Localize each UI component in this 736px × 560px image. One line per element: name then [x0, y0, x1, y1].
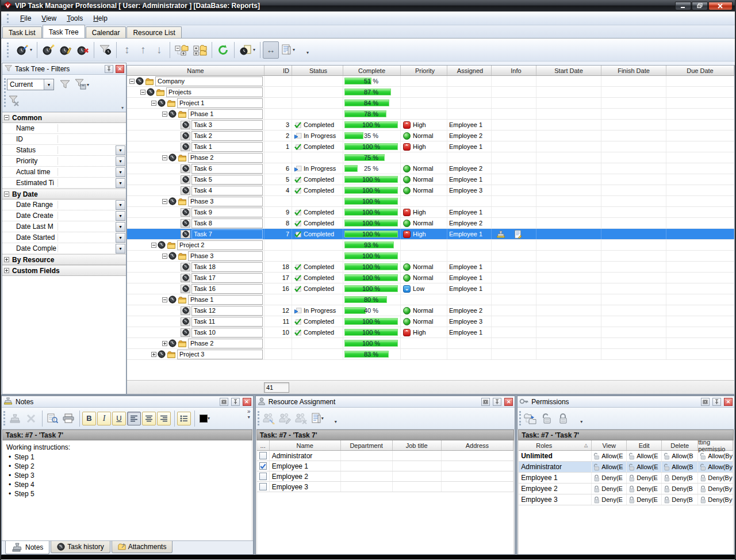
- restore-icon[interactable]: [701, 398, 710, 406]
- resource-column-address[interactable]: Address: [442, 440, 514, 450]
- column-header-status[interactable]: Status: [292, 66, 343, 75]
- apply-filter-button[interactable]: [57, 77, 72, 92]
- tree-row-phase-2[interactable]: Phase 2100 %: [127, 338, 734, 349]
- tree-row-task-4[interactable]: Task 44Completed100 %NormalEmployee 3: [127, 185, 734, 196]
- edit-task-button[interactable]: [57, 41, 74, 59]
- restore-icon[interactable]: [481, 398, 490, 406]
- menu-item-tools[interactable]: Tools: [62, 13, 88, 24]
- permission-cell[interactable]: Allow(By: [698, 462, 733, 472]
- tree-row-task-12[interactable]: Task 1212In Progress40 %NormalEmployee 2: [127, 305, 734, 316]
- tree-row-task-16[interactable]: Task 1616Completed100 %⌄LowEmployee 1: [127, 283, 734, 294]
- tab-resource-list[interactable]: Resource List: [126, 26, 181, 38]
- permission-cell[interactable]: Deny(E: [592, 484, 627, 494]
- pin-icon[interactable]: [493, 398, 501, 406]
- create-subtask-button[interactable]: [40, 41, 57, 59]
- column-header-name[interactable]: Name: [127, 66, 264, 75]
- filter-section-custom-fields[interactable]: Custom Fields: [2, 265, 126, 276]
- tree-row-projects[interactable]: Projects87 %: [127, 87, 734, 98]
- collapse-icon[interactable]: [140, 90, 145, 95]
- filters-overflow-button[interactable]: ▾: [121, 105, 124, 110]
- permission-row-unlimited[interactable]: UnlimitedAllow(EAllow(EAllow(BAllow(By: [519, 451, 733, 462]
- minimize-button[interactable]: [675, 2, 691, 10]
- close-icon[interactable]: ✕: [116, 65, 124, 73]
- expand-icon[interactable]: [151, 352, 156, 357]
- close-icon[interactable]: ✕: [243, 398, 251, 406]
- tree-row-phase-1[interactable]: Phase 178 %: [127, 109, 734, 120]
- menu-item-help[interactable]: Help: [88, 13, 113, 24]
- filter-button[interactable]: [97, 41, 114, 59]
- clear-filter-button[interactable]: [7, 94, 22, 109]
- chevron-down-icon[interactable]: ▾: [116, 167, 125, 177]
- notes-toolbar-overflow[interactable]: »▾: [247, 409, 251, 420]
- column-header-assigned[interactable]: Assigned: [447, 66, 492, 75]
- expand-all-button[interactable]: [191, 41, 209, 59]
- checkbox-unchecked[interactable]: [259, 473, 267, 480]
- pin-icon[interactable]: [105, 65, 113, 73]
- save-filter-button[interactable]: ▾: [74, 77, 90, 92]
- permission-cell[interactable]: Deny(E: [592, 473, 627, 483]
- tree-row-phase-1[interactable]: Phase 180 %: [127, 294, 734, 305]
- pin-icon[interactable]: [712, 398, 721, 406]
- expand-collapse-button[interactable]: ↕: [119, 41, 135, 59]
- collapse-icon[interactable]: [4, 191, 9, 197]
- tree-row-task-3[interactable]: Task 33Completed100 %⌃HighEmployee 1: [127, 120, 734, 131]
- tree-row-task-7[interactable]: Task 77Completed100 %⌃HighEmployee 1: [127, 229, 734, 240]
- expand-icon[interactable]: [4, 268, 9, 273]
- tab-task-tree[interactable]: Task Tree: [43, 25, 85, 38]
- pin-icon[interactable]: [231, 398, 240, 406]
- permission-cell[interactable]: Allow(E: [627, 451, 662, 461]
- insert-note-button[interactable]: [7, 411, 22, 426]
- collapse-icon[interactable]: [162, 155, 167, 160]
- resource-row-employee-2[interactable]: Employee 2: [257, 471, 514, 482]
- permissions-column-roles[interactable]: Roles△: [519, 440, 592, 450]
- move-down-button[interactable]: ↓: [151, 41, 167, 59]
- tree-row-task-8[interactable]: Task 88Completed100 %NormalEmployee 2: [127, 218, 734, 229]
- permission-cell[interactable]: Deny(By: [698, 484, 733, 494]
- chevron-down-icon[interactable]: ▾: [116, 156, 125, 166]
- close-button[interactable]: [708, 2, 733, 10]
- resource-column-department[interactable]: Department: [341, 440, 393, 450]
- chevron-down-icon[interactable]: ▾: [116, 178, 125, 188]
- tree-row-task-17[interactable]: Task 1717Completed100 %NormalEmployee 1: [127, 273, 734, 283]
- menu-item-file[interactable]: File: [15, 13, 36, 24]
- tab-task-history[interactable]: Task history: [51, 541, 110, 553]
- collapse-icon[interactable]: [151, 243, 156, 248]
- column-header-info[interactable]: Info: [492, 66, 536, 75]
- chevron-down-icon[interactable]: ▾: [44, 79, 53, 90]
- filter-section-by-date[interactable]: By Date: [2, 189, 126, 200]
- resource-row-administrator[interactable]: Administrator: [257, 451, 514, 461]
- font-color-button[interactable]: ▾: [197, 411, 212, 426]
- column-header-id[interactable]: ID: [264, 66, 292, 75]
- checkbox-checked[interactable]: [259, 462, 267, 470]
- permission-cell[interactable]: Deny(E: [627, 494, 662, 505]
- restore-icon[interactable]: [220, 398, 228, 406]
- assign-resource-button[interactable]: [262, 411, 277, 426]
- tree-row-task-9[interactable]: Task 99Completed100 %⌃HighEmployee 1: [127, 207, 734, 218]
- chevron-down-icon[interactable]: ▾: [116, 233, 125, 243]
- permission-cell[interactable]: Allow(B: [662, 451, 698, 461]
- resource-row-employee-1[interactable]: Employee 1: [257, 461, 514, 471]
- underline-button[interactable]: U: [112, 412, 126, 425]
- tab-notes[interactable]: Notes: [5, 541, 49, 554]
- checkbox-unchecked[interactable]: [259, 483, 267, 490]
- bullet-list-button[interactable]: [177, 412, 191, 425]
- tree-row-phase-2[interactable]: Phase 275 %: [127, 152, 734, 163]
- collapse-icon[interactable]: [151, 101, 156, 106]
- permission-row-employee-2[interactable]: Employee 2Deny(EDeny(EDeny(BDeny(By: [519, 484, 733, 494]
- delete-note-button[interactable]: [24, 411, 39, 426]
- align-right-button[interactable]: [157, 412, 171, 425]
- permissions-column-delete[interactable]: Delete: [662, 440, 698, 450]
- permission-cell[interactable]: Allow(B: [662, 462, 698, 472]
- remove-resource-button[interactable]: [294, 411, 309, 426]
- tree-row-phase-3[interactable]: Phase 3100 %: [127, 196, 734, 207]
- resource-report-button[interactable]: ▾: [310, 411, 325, 426]
- chevron-down-icon[interactable]: ▾: [116, 200, 125, 210]
- collapse-icon[interactable]: [4, 115, 9, 120]
- permission-cell[interactable]: Deny(B: [662, 473, 698, 483]
- expand-icon[interactable]: [162, 341, 167, 346]
- allow-button[interactable]: [539, 411, 554, 426]
- collapse-icon[interactable]: [162, 297, 167, 302]
- collapse-icon[interactable]: [162, 199, 167, 204]
- tree-row-task-5[interactable]: Task 55Completed100 %NormalEmployee 1: [127, 174, 734, 185]
- tree-row-project-3[interactable]: Project 383 %: [127, 349, 734, 360]
